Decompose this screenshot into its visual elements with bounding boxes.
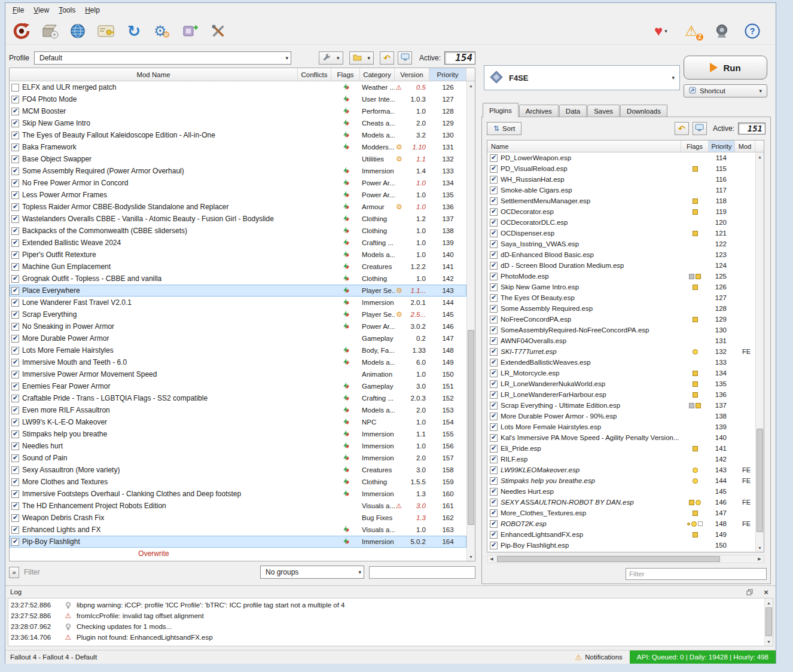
mod-row[interactable]: Lone Wanderer Fast Travel V2.0.1Immersio… (10, 297, 466, 308)
refresh-button[interactable]: ↻ (124, 20, 144, 42)
mod-enabled-checkbox[interactable] (11, 84, 19, 91)
mod-row[interactable]: Lots More Female HairstylesBody, Fa...1.… (10, 344, 466, 356)
plugin-row[interactable]: More Durable Power Armor - 90%.esp138 (487, 411, 755, 421)
scroll-down-icon[interactable]: ▼ (756, 543, 764, 552)
mod-enabled-checkbox[interactable] (11, 179, 19, 187)
plugin-row[interactable]: Pip-Boy Flashlight.esp150 (487, 540, 755, 551)
mod-row[interactable]: Baka FrameworkModders...⚙1.10131 (10, 141, 466, 153)
plugin-enabled-checkbox[interactable] (490, 445, 498, 453)
mod-row[interactable]: LW99's K-L-E-O MakeoverNPC1.0154 (10, 416, 466, 428)
plugin-row[interactable]: PD_LowerWeapon.esp114 (487, 152, 755, 163)
mod-column-header-conflicts[interactable]: Conflicts (298, 68, 331, 81)
plugin-enabled-checkbox[interactable] (490, 477, 498, 485)
plugin-enabled-checkbox[interactable] (490, 456, 498, 463)
close-log-icon[interactable]: × (761, 587, 771, 597)
create-backup-button[interactable] (398, 51, 412, 65)
mod-enabled-checkbox[interactable] (11, 287, 19, 295)
plugin-row[interactable]: NoFreeConcordPA.esp129 (487, 314, 755, 325)
scroll-thumb[interactable] (497, 556, 720, 562)
scroll-track[interactable] (765, 607, 773, 637)
mod-row[interactable]: Immersive Mouth and Teeth - 6.0Models a.… (10, 356, 466, 368)
plugin-enabled-checkbox[interactable] (490, 413, 498, 420)
plugin-row[interactable]: ExtendedBallisticWeaves.esp133 (487, 357, 755, 368)
settings-button[interactable]: ⚙⚙ (152, 20, 172, 42)
plugin-row[interactable]: Needles Hurt.esp145 (487, 486, 755, 497)
plugin-row[interactable]: SomeAssemblyRequired-NoFreeConcordPA.esp… (487, 325, 755, 335)
plugin-enabled-checkbox[interactable] (490, 337, 498, 345)
plugin-enabled-checkbox[interactable] (490, 273, 498, 280)
scroll-track[interactable] (496, 555, 755, 563)
groups-select[interactable]: No groups ▾ (260, 566, 364, 579)
mod-row[interactable]: Base Object SwapperUtilities⚙1.1132 (10, 153, 466, 165)
plugin-enabled-checkbox[interactable] (490, 499, 498, 506)
mod-row[interactable]: More Durable Power ArmorGameplay0.2147 (10, 332, 466, 344)
plugin-enabled-checkbox[interactable] (490, 176, 498, 184)
mod-enabled-checkbox[interactable] (11, 299, 19, 307)
plugin-row[interactable]: Eli_Pride.esp141 (487, 443, 755, 454)
plugin-enabled-checkbox[interactable] (490, 488, 498, 496)
plugin-row[interactable]: RILF.esp142 (487, 454, 755, 465)
plugin-enabled-checkbox[interactable] (490, 380, 498, 388)
scroll-up-icon[interactable]: ▲ (756, 152, 764, 161)
help-button[interactable]: ? (742, 20, 762, 42)
overwrite-entry[interactable]: Overwrite (10, 548, 298, 560)
mod-enabled-checkbox[interactable] (11, 311, 19, 319)
mod-enabled-checkbox[interactable] (11, 275, 19, 283)
executables-button[interactable] (180, 20, 200, 42)
open-folder-button[interactable]: ▾ (349, 51, 374, 65)
mod-row[interactable]: MCM BoosterPerforma...1.0128 (10, 105, 466, 117)
plugin-row[interactable]: Lots More Female Hairstyles.esp139 (487, 421, 755, 432)
mod-enabled-checkbox[interactable] (11, 227, 19, 235)
plugin-enabled-checkbox[interactable] (490, 283, 498, 291)
mod-row[interactable]: More Clothes and TexturesClothing1.5.515… (10, 476, 466, 488)
mod-row[interactable]: No Sneaking in Power ArmorPower Ar...3.0… (10, 320, 466, 332)
filter-expand-button[interactable]: » (9, 567, 19, 578)
mod-enabled-checkbox[interactable] (11, 419, 19, 426)
mod-row[interactable]: Immersive Footsteps Overhaul - Clanking … (10, 488, 466, 500)
mod-row[interactable]: Scrap EverythingPlayer Se...⚙2.5...145 (10, 308, 466, 320)
mod-enabled-checkbox[interactable] (11, 514, 19, 522)
mod-row[interactable]: Less Power Armor FramesPower Ar...1.0135 (10, 189, 466, 201)
plugin-row[interactable]: Scrap Everything - Ultimate Edition.esp1… (487, 400, 755, 411)
plugin-filter-input[interactable] (626, 568, 767, 580)
menu-help[interactable]: Help (80, 4, 105, 16)
mod-row[interactable]: Enhanced Lights and FXVisuals a...1.0163 (10, 524, 466, 536)
plugin-row[interactable]: dD - Screen Blood Duration Medium.esp124 (487, 260, 755, 271)
plugin-enabled-checkbox[interactable] (490, 531, 498, 539)
mod-row[interactable]: Needles hurtImmersion1.0156 (10, 440, 466, 452)
restore-backup-button[interactable]: ↶ (380, 51, 394, 65)
scroll-up-icon[interactable]: ▲ (467, 81, 475, 90)
tab-plugins[interactable]: Plugins (483, 103, 518, 117)
plugin-row[interactable]: OCDecoratorDLC.esp120 (487, 217, 755, 228)
plugin-enabled-checkbox[interactable] (490, 208, 498, 216)
scroll-up-icon[interactable]: ▲ (765, 598, 773, 607)
tools-button[interactable] (208, 20, 228, 42)
mod-column-header-mod-name[interactable]: Mod Name (10, 68, 298, 81)
tab-saves[interactable]: Saves (587, 105, 620, 117)
support-button[interactable]: ♥▾ (651, 20, 671, 42)
mod-enabled-checkbox[interactable] (11, 132, 19, 139)
executable-select[interactable]: F4SE ▾ (484, 65, 680, 90)
mod-row[interactable]: Weapon Debris Crash FixBug Fixes1.3162 (10, 512, 466, 524)
plugins-create-backup-button[interactable] (693, 122, 707, 135)
mod-row[interactable]: Sexy Assaultron (More variety)Creatures3… (10, 464, 466, 476)
menu-view[interactable]: View (29, 4, 54, 16)
mod-enabled-checkbox[interactable] (11, 407, 19, 414)
mod-row[interactable]: Skip New Game IntroCheats a...2.0129 (10, 117, 466, 129)
mod-row[interactable]: Piper's Outfit RetextureModels a...1.014… (10, 249, 466, 261)
plugin-enabled-checkbox[interactable] (490, 542, 498, 549)
plugin-list-scrollbar[interactable]: ▲ ▼ (755, 152, 764, 552)
mod-enabled-checkbox[interactable] (11, 442, 19, 450)
mod-row[interactable]: Craftable Pride - Trans - LGBTQIA Flags … (10, 392, 466, 404)
plugin-row[interactable]: LR_LoneWandererNukaWorld.esp135 (487, 378, 755, 389)
mod-enabled-checkbox[interactable] (11, 239, 19, 247)
plugin-row[interactable]: OCDispenser.esp121 (487, 228, 755, 239)
mod-list-scrollbar[interactable]: ▲ ▼ (466, 81, 475, 561)
mod-row[interactable]: The Eyes of Beauty Fallout Kaleidoscope … (10, 129, 466, 141)
mod-enabled-checkbox[interactable] (11, 215, 19, 223)
mod-column-header-category[interactable]: Category (360, 68, 395, 81)
plugin-row[interactable]: LW99KLEOMakeover.esp143FE (487, 465, 755, 475)
webcam-button[interactable] (712, 20, 732, 42)
plugin-row[interactable]: Kal's Immersive PA Move Speed - Agility … (487, 432, 755, 443)
scroll-thumb[interactable] (468, 330, 474, 524)
